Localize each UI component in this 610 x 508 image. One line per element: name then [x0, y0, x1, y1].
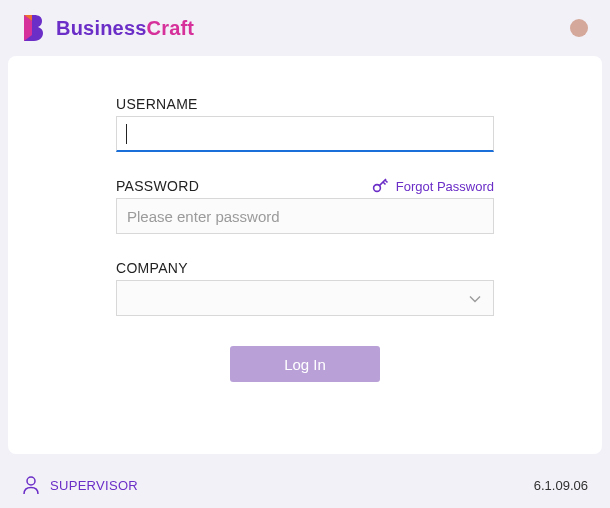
company-label: COMPANY — [116, 260, 188, 276]
svg-point-0 — [373, 185, 380, 192]
password-label: PASSWORD — [116, 178, 199, 194]
brand-title-part1: Business — [56, 17, 147, 39]
login-window: BusinessCraft USERNAME PASSWORD — [0, 0, 610, 508]
footer-user: SUPERVISOR — [22, 475, 138, 495]
key-icon — [372, 178, 390, 194]
password-field: PASSWORD Forgot Password — [116, 178, 494, 234]
chevron-down-icon — [469, 289, 481, 307]
status-indicator-icon — [570, 19, 588, 37]
brand: BusinessCraft — [18, 13, 194, 43]
brand-title-part2: Craft — [147, 17, 195, 39]
forgot-password-label: Forgot Password — [396, 179, 494, 194]
company-select[interactable] — [116, 280, 494, 316]
login-form: USERNAME PASSWORD — [116, 96, 494, 382]
footer-version: 6.1.09.06 — [534, 478, 588, 493]
username-field: USERNAME — [116, 96, 494, 152]
company-field: COMPANY — [116, 260, 494, 316]
footer-user-label: SUPERVISOR — [50, 478, 138, 493]
brand-logo-icon — [18, 13, 46, 43]
text-caret-icon — [126, 124, 127, 144]
footer: SUPERVISOR 6.1.09.06 — [0, 462, 610, 508]
login-button[interactable]: Log In — [230, 346, 380, 382]
user-icon — [22, 475, 40, 495]
svg-point-1 — [27, 477, 35, 485]
brand-title: BusinessCraft — [56, 17, 194, 40]
forgot-password-link[interactable]: Forgot Password — [372, 178, 494, 194]
username-label: USERNAME — [116, 96, 198, 112]
username-input[interactable] — [116, 116, 494, 152]
main-panel: USERNAME PASSWORD — [8, 56, 602, 454]
header: BusinessCraft — [0, 0, 610, 56]
password-input[interactable] — [116, 198, 494, 234]
